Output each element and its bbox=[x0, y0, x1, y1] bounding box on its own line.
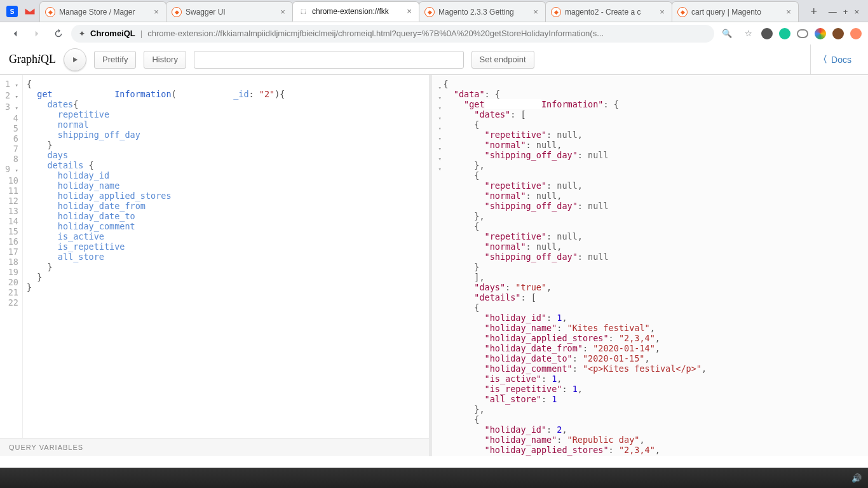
app-icon-gmail[interactable] bbox=[24, 6, 36, 17]
browser-tab[interactable]: ◆Magento 2.3.3 Getting× bbox=[419, 1, 546, 22]
zoom-icon[interactable]: 🔍 bbox=[718, 25, 736, 43]
extension-icons bbox=[761, 28, 862, 39]
ext-icon-6[interactable] bbox=[850, 28, 862, 39]
magento-favicon: ◆ bbox=[551, 7, 561, 17]
set-endpoint-button[interactable]: Set endpoint bbox=[471, 51, 534, 69]
bookmark-star-icon[interactable]: ☆ bbox=[740, 25, 757, 43]
execute-button[interactable] bbox=[64, 48, 86, 71]
nav-back-button[interactable] bbox=[6, 25, 24, 43]
line-gutter: 1 ▾2 ▾3 ▾456789 ▾10111213141516171819202… bbox=[0, 75, 23, 438]
ext-icon-3[interactable] bbox=[797, 29, 808, 38]
browser-tab[interactable]: ⬚chrome-extension://fkk× bbox=[292, 1, 419, 22]
close-icon[interactable]: × bbox=[278, 8, 287, 17]
tab-title: Manage Store / Mager bbox=[59, 8, 148, 17]
response-code: { "data": { "get Information": { "dates"… bbox=[444, 79, 707, 452]
sound-icon[interactable]: 🔊 bbox=[851, 473, 862, 483]
graphiql-toolbar: GraphiQL Prettify History Set endpoint 〈… bbox=[0, 44, 868, 75]
docs-label: Docs bbox=[831, 55, 851, 65]
address-bar-row: ✦ ChromeiQL | chrome-extension://fkkiama… bbox=[0, 22, 868, 44]
browser-tab[interactable]: ◆Swagger UI× bbox=[166, 1, 293, 22]
new-tab-button[interactable]: + bbox=[806, 3, 822, 20]
nav-forward-button[interactable] bbox=[28, 25, 46, 43]
os-taskbar: 🔊 bbox=[0, 468, 868, 488]
browser-tab[interactable]: ◆magento2 - Create a c× bbox=[545, 1, 672, 22]
tab-title: Magento 2.3.3 Getting bbox=[438, 8, 527, 17]
query-code[interactable]: { get Information( _id: "2"){ dates{ rep… bbox=[23, 75, 285, 438]
response-pane[interactable]: ▾▾▾▾▾▾▾▾▾ { "data": { "get Information":… bbox=[432, 75, 869, 456]
tab-title: Swagger UI bbox=[186, 8, 275, 17]
address-url: chrome-extension://fkkiamalmpiidkljmicmj… bbox=[147, 29, 604, 38]
window-maximize-icon[interactable]: + bbox=[843, 7, 848, 17]
endpoint-input[interactable] bbox=[194, 51, 464, 69]
window-controls: — + × bbox=[822, 7, 865, 17]
address-app-label: ChromeiQL bbox=[90, 29, 135, 38]
ext-icon-2[interactable] bbox=[779, 28, 790, 39]
close-icon[interactable]: × bbox=[152, 8, 161, 17]
ext-icon-5[interactable] bbox=[832, 28, 844, 39]
query-variables-header[interactable]: Query Variables bbox=[0, 438, 429, 456]
magento-favicon: ◆ bbox=[45, 7, 55, 17]
history-button[interactable]: History bbox=[144, 51, 186, 69]
extension-icon: ✦ bbox=[79, 29, 85, 38]
address-bar[interactable]: ✦ ChromeiQL | chrome-extension://fkkiama… bbox=[71, 25, 714, 43]
nav-reload-button[interactable] bbox=[50, 25, 67, 43]
app-icon-s5[interactable]: S bbox=[6, 6, 18, 17]
docs-toggle[interactable]: 〈 Docs bbox=[810, 44, 859, 75]
window-close-icon[interactable]: × bbox=[854, 7, 859, 17]
browser-tab[interactable]: ◆cart query | Magento× bbox=[672, 1, 799, 22]
magento-favicon: ◆ bbox=[172, 7, 182, 17]
graphiql-logo: GraphiQL bbox=[9, 53, 56, 66]
chromeiql-favicon: ⬚ bbox=[298, 6, 308, 17]
graphiql-app: GraphiQL Prettify History Set endpoint 〈… bbox=[0, 44, 868, 456]
window-minimize-icon[interactable]: — bbox=[829, 7, 837, 17]
tab-strip: S ◆Manage Store / Mager×◆Swagger UI×⬚chr… bbox=[0, 0, 868, 22]
tab-title: chrome-extension://fkk bbox=[312, 7, 401, 16]
ext-icon-4[interactable] bbox=[815, 28, 826, 39]
close-icon[interactable]: × bbox=[405, 7, 414, 16]
browser-tab[interactable]: ◆Manage Store / Mager× bbox=[39, 1, 166, 22]
chevron-left-icon: 〈 bbox=[818, 54, 827, 65]
query-editor[interactable]: 1 ▾2 ▾3 ▾456789 ▾10111213141516171819202… bbox=[0, 75, 429, 438]
query-pane: 1 ▾2 ▾3 ▾456789 ▾10111213141516171819202… bbox=[0, 75, 432, 456]
close-icon[interactable]: × bbox=[658, 8, 667, 17]
ext-icon-1[interactable] bbox=[761, 28, 773, 39]
close-icon[interactable]: × bbox=[531, 8, 540, 17]
browser-chrome: S ◆Manage Store / Mager×◆Swagger UI×⬚chr… bbox=[0, 0, 868, 44]
prettify-button[interactable]: Prettify bbox=[94, 51, 136, 69]
tab-title: cart query | Magento bbox=[691, 8, 780, 17]
magento-favicon: ◆ bbox=[677, 7, 688, 17]
tab-title: magento2 - Create a c bbox=[565, 8, 654, 17]
close-icon[interactable]: × bbox=[784, 8, 793, 17]
magento-favicon: ◆ bbox=[424, 7, 435, 17]
